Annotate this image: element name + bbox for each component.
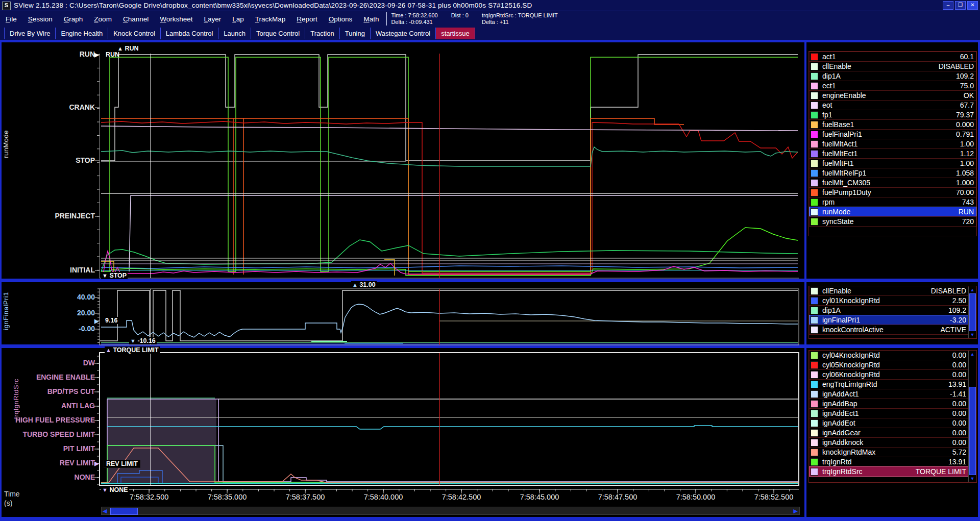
menu-session[interactable]: Session	[22, 15, 58, 23]
watch-row-engineEnable[interactable]: engineEnableOK	[809, 90, 976, 101]
maximize-button[interactable]: ❐	[955, 1, 966, 10]
watch-row-ignAddEct1[interactable]: ignAddEct10.00	[809, 408, 969, 418]
watch-row-ect1[interactable]: ect175.0	[809, 81, 976, 91]
channel-color-swatch	[811, 400, 818, 408]
watch-panel-2: ▲ ▼ cllEnableDISABLEDcyl01KnockIgnRtd2.5…	[808, 286, 977, 339]
minimize-button[interactable]: –	[943, 1, 953, 10]
channel-value: 743	[962, 198, 974, 206]
menu-worksheet[interactable]: Worksheet	[154, 15, 198, 23]
time-tick-label: 7:58:52.500	[738, 493, 810, 501]
channel-name: ignAddAct1	[822, 390, 859, 398]
tick-label: DW	[0, 359, 95, 367]
menu-file[interactable]: File	[0, 15, 22, 23]
watch-row-trqIgnRtd[interactable]: trqIgnRtd13.91	[809, 457, 969, 467]
watch-row-cyl01KnockIgnRtd[interactable]: cyl01KnockIgnRtd2.50	[809, 295, 969, 306]
horizontal-scrollbar[interactable]: ◀ ▶	[101, 507, 800, 515]
menu-graph[interactable]: Graph	[58, 15, 89, 23]
watch-row-eot[interactable]: eot67.7	[809, 100, 976, 110]
vertical-scrollbar[interactable]: ▲ ▼	[968, 351, 976, 482]
watch-row-cllEnable[interactable]: cllEnableDISABLED	[809, 61, 976, 71]
vertical-scrollbar[interactable]: ▲ ▼	[968, 287, 976, 338]
tab-traction[interactable]: Traction	[305, 28, 339, 39]
channel-value: 5.72	[952, 448, 966, 456]
watch-row-engTrqLimIgnRtd[interactable]: engTrqLimIgnRtd13.91	[809, 379, 969, 389]
tab-tuning[interactable]: Tuning	[340, 28, 371, 39]
tab-lambda-control[interactable]: Lambda Control	[161, 28, 219, 39]
menu-options[interactable]: Options	[323, 15, 358, 23]
watch-row-fp1[interactable]: fp179.37	[809, 110, 976, 120]
tick-label: PIT LIMIT	[0, 444, 95, 453]
watch-row-knockIgnRtdMax[interactable]: knockIgnRtdMax5.72	[809, 447, 969, 457]
watch-row-syncState[interactable]: syncState720	[809, 216, 976, 227]
watch-row-trqIgnRtdSrc[interactable]: trqIgnRtdSrcTORQUE LIMIT	[809, 466, 969, 477]
watch-row-cyl04KnockIgnRtd[interactable]: cyl04KnockIgnRtd0.00	[809, 350, 969, 360]
worksheet-tab-bar: Drive By WireEngine HealthKnock ControlL…	[0, 27, 980, 41]
scroll-left-icon[interactable]: ◀	[103, 508, 107, 514]
watch-row-runMode[interactable]: runModeRUN	[809, 207, 976, 217]
scrollbar-thumb[interactable]	[110, 508, 138, 515]
scroll-up-icon[interactable]: ▲	[969, 352, 976, 357]
menu-channel[interactable]: Channel	[117, 15, 154, 23]
tick-label: ENGINE ENABLE	[0, 373, 95, 381]
watch-row-dip1A[interactable]: dip1A109.2	[809, 71, 976, 81]
watch-row-act1[interactable]: act160.1	[809, 52, 976, 62]
watch-row-ignAddGear[interactable]: ignAddGear0.00	[809, 428, 969, 438]
menu-layer[interactable]: Layer	[198, 15, 227, 23]
channel-color-swatch	[811, 287, 818, 295]
watch-row-dip1A[interactable]: dip1A109.2	[809, 305, 969, 315]
watch-row-fuelMltFt1[interactable]: fuelMltFt11.00	[809, 158, 976, 168]
watch-row-ignFinalPri1[interactable]: ignFinalPri1-3.20	[809, 315, 969, 325]
channel-color-swatch	[811, 199, 818, 206]
menu-math[interactable]: Math	[358, 15, 384, 23]
menu-zoom[interactable]: Zoom	[88, 15, 117, 23]
channel-color-swatch	[811, 449, 818, 456]
watch-row-fuelBase1[interactable]: fuelBase10.000	[809, 119, 976, 130]
watch-row-fuelMltAct1[interactable]: fuelMltAct11.00	[809, 139, 976, 149]
tab-launch[interactable]: Launch	[218, 28, 251, 39]
channel-value: OK	[964, 91, 974, 100]
menu-lap[interactable]: Lap	[227, 15, 250, 23]
tab-startissue[interactable]: startissue	[436, 28, 475, 39]
channel-name: dip1A	[822, 306, 841, 314]
watch-row-ignAddEot[interactable]: ignAddEot0.00	[809, 418, 969, 428]
watch-row-fuelFinalPri1[interactable]: fuelFinalPri10.791	[809, 129, 976, 139]
channel-name: ignAddEot	[822, 419, 855, 427]
watch-row-rpm[interactable]: rpm743	[809, 197, 976, 207]
tab-torque-control[interactable]: Torque Control	[251, 28, 305, 39]
watch-row-ignAddAct1[interactable]: ignAddAct1-1.41	[809, 389, 969, 399]
channel-name: fuelMltFt1	[822, 159, 853, 167]
channel-color-swatch	[811, 458, 818, 466]
tab-wastegate-control[interactable]: Wastegate Control	[371, 28, 436, 39]
menu-report[interactable]: Report	[291, 15, 323, 23]
scroll-right-icon[interactable]: ▶	[794, 508, 798, 514]
watch-row-ignAddBap[interactable]: ignAddBap0.00	[809, 399, 969, 409]
menu-trackmap[interactable]: TrackMap	[250, 15, 291, 23]
watch-row-fuelMltRelFp1[interactable]: fuelMltRelFp11.058	[809, 168, 976, 178]
close-button[interactable]: ✕	[967, 1, 978, 10]
time-tick-label: 7:58:50.000	[660, 493, 731, 501]
scroll-up-icon[interactable]: ▲	[969, 287, 976, 292]
channel-color-swatch	[811, 410, 818, 417]
channel-color-swatch	[811, 390, 818, 398]
channel-name: fp1	[822, 111, 832, 119]
scrollbar-thumb[interactable]	[969, 387, 976, 475]
status-delta-src: Delta : +11	[482, 19, 558, 26]
tab-knock-control[interactable]: Knock Control	[108, 28, 161, 39]
tick-label: REV LIMIT	[0, 459, 95, 467]
chart2-max-marker: ▲ 31.00	[351, 281, 377, 288]
watch-row-cllEnable[interactable]: cllEnableDISABLED	[809, 286, 969, 296]
watch-row-fuelMltEct1[interactable]: fuelMltEct11.12	[809, 148, 976, 159]
scrollbar-thumb[interactable]	[969, 293, 976, 331]
watch-row-cyl05KnockIgnRtd[interactable]: cyl05KnockIgnRtd0.00	[809, 360, 969, 370]
scroll-down-icon[interactable]: ▼	[969, 476, 976, 481]
channel-value: 109.2	[956, 72, 974, 80]
watch-row-ignAddknock[interactable]: ignAddknock0.00	[809, 437, 969, 448]
tab-drive-by-wire[interactable]: Drive By Wire	[4, 28, 56, 39]
watch-row-fuelPump1Duty[interactable]: fuelPump1Duty70.00	[809, 187, 976, 197]
watch-row-cyl06KnockIgnRtd[interactable]: cyl06KnockIgnRtd0.00	[809, 369, 969, 380]
tab-engine-health[interactable]: Engine Health	[56, 28, 108, 39]
channel-value: 67.7	[960, 101, 974, 109]
scroll-down-icon[interactable]: ▼	[969, 332, 976, 337]
watch-row-fuelMlt_CM305[interactable]: fuelMlt_CM3051.000	[809, 178, 976, 188]
watch-row-knockControlActive[interactable]: knockControlActiveACTIVE	[809, 325, 969, 335]
